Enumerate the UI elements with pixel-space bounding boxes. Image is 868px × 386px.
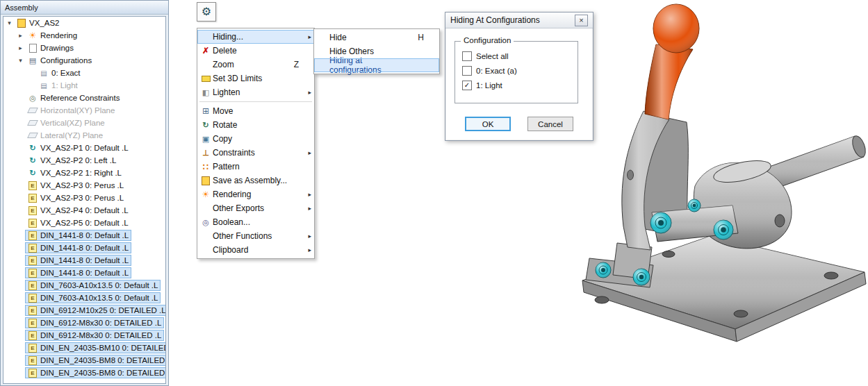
tree-item-vx-as2-p5-0-default-l[interactable]: VX_AS2-P5 0: Default .L <box>3 217 165 229</box>
expand-icon[interactable]: ▸ <box>16 32 25 39</box>
tree-item-label: DIN_1441-8 0: Default .L <box>40 231 129 240</box>
tree-item-selection: Horizontal(XY) Plane <box>25 105 117 116</box>
tree-item-lateral-yz-plane[interactable]: Lateral(YZ) Plane <box>3 129 165 142</box>
tree-item-label: Lateral(YZ) Plane <box>40 131 103 140</box>
tree-item-vx-as2-p3-0-perus-l[interactable]: VX_AS2-P3 0: Perus .L <box>3 192 165 204</box>
component-icon <box>28 230 38 240</box>
handle[interactable] <box>645 4 699 119</box>
tree-item-din-7603-a10x13-5-0-default-l[interactable]: DIN_7603-A10x13.5 0: Default .L <box>3 279 165 292</box>
tree-item-vx-as2-p2-0-left-l[interactable]: VX_AS2-P2 0: Left .L <box>3 154 165 167</box>
collapse-icon[interactable]: ▾ <box>5 19 14 26</box>
menu-item-rotate[interactable]: Rotate <box>197 118 314 132</box>
menu-shortcut: H <box>413 33 424 42</box>
dialog-title-bar[interactable]: Hiding At Configurations × <box>445 12 593 28</box>
screw[interactable] <box>596 262 611 278</box>
tree-item-din-7603-a10x13-5-0-default-l[interactable]: DIN_7603-A10x13.5 0: Default .L <box>3 292 165 304</box>
menu-item-boolean[interactable]: Boolean... <box>197 215 314 229</box>
menu-item-constraints[interactable]: Constraints▸ <box>197 146 314 160</box>
tree-item-din-1441-8-0-default-l[interactable]: DIN_1441-8 0: Default .L <box>3 229 165 242</box>
tree-item-selection: 0: Exact <box>36 67 83 78</box>
tree-item-1-light[interactable]: 1: Light <box>3 79 165 92</box>
menu-item-zoom[interactable]: ZoomZ <box>197 58 314 72</box>
tree-item-din-6912-m8x30-0-detailed-l[interactable]: DIN_6912-M8x30 0: DETAILED .L <box>3 317 165 329</box>
tree-item-vertical-xz-plane[interactable]: Vertical(XZ) Plane <box>3 117 165 129</box>
checkbox-unchecked-icon[interactable] <box>462 66 472 76</box>
menu-item-other-exports[interactable]: Other Exports▸ <box>197 201 314 215</box>
menu-item-label: Boolean... <box>213 217 288 227</box>
config-option-1-light[interactable]: ✓1: Light <box>462 81 578 90</box>
tree-item-configurations[interactable]: ▾Configurations <box>3 54 165 67</box>
tree-item-din-6912-m10x25-0-detailed-l[interactable]: DIN_6912-M10x25 0: DETAILED .L <box>3 304 165 317</box>
tree-item-horizontal-xy-plane[interactable]: Horizontal(XY) Plane <box>3 104 165 117</box>
close-button[interactable]: × <box>575 15 588 26</box>
menu-item-clipboard[interactable]: Clipboard▸ <box>197 243 314 257</box>
panel-header[interactable]: Assembly <box>1 1 168 15</box>
screw[interactable] <box>714 220 733 240</box>
tree-item-selection: VX_AS2-P1 0: Default .L <box>25 142 131 153</box>
tree-item-din-en-24035-bm8-0-detailed-l[interactable]: DIN_EN_24035-BM8 0: DETAILED .L <box>3 367 165 379</box>
menu-item-move[interactable]: Move <box>197 104 314 118</box>
menu-item-hiding[interactable]: Hiding...▸ <box>197 30 314 44</box>
tree-item-selection: Reference Constraints <box>25 92 122 103</box>
tree-item-label: VX_AS2 <box>29 19 59 27</box>
ok-button[interactable]: OK <box>465 117 511 131</box>
expand-icon[interactable]: ▸ <box>16 44 25 51</box>
tree-item-label: Configurations <box>40 56 92 65</box>
tree-item-rendering[interactable]: ▸Rendering <box>3 29 165 42</box>
menu-item-label: Pattern <box>213 162 288 171</box>
tree-item-vx-as2-p2-1-right-l[interactable]: VX_AS2-P2 1: Right .L <box>3 167 165 179</box>
tree-item-selection: DIN_6912-M10x25 0: DETAILED .L <box>25 305 166 316</box>
config-option-select-all[interactable]: Select all <box>462 51 578 61</box>
menu-item-lighten[interactable]: Lighten▸ <box>197 85 314 99</box>
menu-item-copy[interactable]: Copy <box>197 132 314 146</box>
tree-item-din-1441-8-0-default-l[interactable]: DIN_1441-8 0: Default .L <box>3 254 165 267</box>
checkbox-checked-icon[interactable]: ✓ <box>462 81 472 90</box>
tree-item-din-1441-8-0-default-l[interactable]: DIN_1441-8 0: Default .L <box>3 242 165 254</box>
menu-separator <box>199 101 312 102</box>
menu-item-hide[interactable]: HideH <box>314 31 439 44</box>
component-icon <box>28 330 38 340</box>
menu-item-other-functions[interactable]: Other Functions▸ <box>197 229 314 243</box>
tree-item-vx-as2-p1-0-default-l[interactable]: VX_AS2-P1 0: Default .L <box>3 142 165 154</box>
tree-item-vx-as2-p3-0-perus-l[interactable]: VX_AS2-P3 0: Perus .L <box>3 179 165 192</box>
screw[interactable] <box>633 269 650 285</box>
screw[interactable] <box>688 199 701 212</box>
menu-item-pattern[interactable]: Pattern <box>197 160 314 174</box>
tree-item-label: DIN_7603-A10x13.5 0: Default .L <box>40 281 158 290</box>
tree-item-0-exact[interactable]: 0: Exact <box>3 67 165 79</box>
pattern-icon <box>199 162 213 172</box>
tree-item-vx-as2[interactable]: ▾VX_AS2 <box>3 17 165 29</box>
tree-item-drawings[interactable]: ▸Drawings <box>3 42 165 54</box>
lighten-icon <box>199 88 213 97</box>
menu-item-hiding-at-configurations[interactable]: Hiding at configurations <box>314 58 439 72</box>
menu-item-save-as-assembly[interactable]: Save as Assembly... <box>197 174 314 187</box>
tree-item-vx-as2-p4-0-default-l[interactable]: VX_AS2-P4 0: Default .L <box>3 204 165 217</box>
limits-icon <box>199 76 213 82</box>
checkbox-unchecked-icon[interactable] <box>462 51 472 61</box>
screw[interactable] <box>650 212 671 233</box>
menu-item-delete[interactable]: Delete <box>197 44 314 58</box>
tree-item-label: 0: Exact <box>51 69 81 77</box>
submenu-arrow-icon: ▸ <box>304 233 313 240</box>
tree-item-label: DIN_6912-M8x30 0: DETAILED .L <box>40 331 161 339</box>
component-icon <box>28 368 38 378</box>
tree-item-label: DIN_6912-M10x25 0: DETAILED .L <box>40 306 166 314</box>
component-icon <box>28 205 38 215</box>
constraints-icon <box>199 149 213 158</box>
tree-item-selection: DIN_1441-8 0: Default .L <box>25 230 131 241</box>
tree-item-din-1441-8-0-default-l[interactable]: DIN_1441-8 0: Default .L <box>3 267 165 279</box>
config-option-0-exact-a[interactable]: 0: Exact (a) <box>462 66 578 76</box>
collapse-icon[interactable]: ▾ <box>16 57 25 64</box>
tree-item-label: VX_AS2-P4 0: Default .L <box>40 206 129 215</box>
tree-item-din-6912-m8x30-0-detailed-l[interactable]: DIN_6912-M8x30 0: DETAILED .L <box>3 329 165 342</box>
menu-item-set-3d-limits[interactable]: Set 3D Limits <box>197 72 314 85</box>
gear-button[interactable]: ⚙ <box>197 2 216 22</box>
assembly-tree[interactable]: ▾VX_AS2▸Rendering▸Drawings▾Configuration… <box>3 16 166 384</box>
tree-item-din-en-24035-bm10-0-detailed-l[interactable]: DIN_EN_24035-BM10 0: DETAILED .L <box>3 342 165 354</box>
tree-item-label: VX_AS2-P3 0: Perus .L <box>40 181 124 190</box>
cancel-button[interactable]: Cancel <box>527 117 573 131</box>
tree-item-selection: DIN_1441-8 0: Default .L <box>25 242 131 253</box>
tree-item-reference-constraints[interactable]: Reference Constraints <box>3 92 165 104</box>
menu-item-rendering[interactable]: Rendering▸ <box>197 187 314 201</box>
tree-item-din-en-24035-bm8-0-detailed-l[interactable]: DIN_EN_24035-BM8 0: DETAILED .L <box>3 354 165 367</box>
